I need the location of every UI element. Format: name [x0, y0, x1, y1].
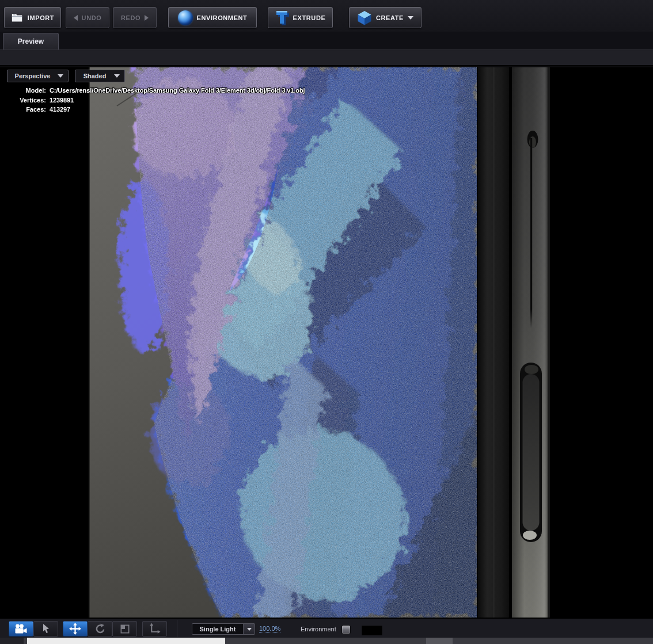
axis-tool-icon: [149, 623, 161, 635]
select-cursor-icon: [41, 623, 51, 634]
create-button[interactable]: CREATE: [349, 7, 422, 28]
undo-label: UNDO: [82, 14, 102, 21]
environment-sphere-icon: [178, 10, 193, 25]
select-tool-button[interactable]: [33, 621, 58, 637]
horizontal-scrollbar[interactable]: [0, 638, 653, 644]
phone-screen-render: [89, 66, 478, 618]
camera-tool-button[interactable]: [9, 621, 33, 637]
bottom-toolbar: Single Light 100.0% Environment: [0, 618, 653, 638]
tab-preview-label: Preview: [18, 37, 44, 45]
light-mode-select[interactable]: Single Light: [192, 623, 255, 635]
light-mode-chevron-down-icon: [247, 628, 252, 631]
scale-tool-button[interactable]: [112, 621, 137, 637]
extrude-button[interactable]: EXTRUDE: [268, 7, 333, 28]
undo-button[interactable]: UNDO: [66, 7, 109, 28]
import-folder-icon: [11, 12, 24, 23]
power-button-recess: [520, 363, 542, 542]
shading-mode-select[interactable]: Shaded: [75, 70, 125, 82]
redo-label: REDO: [121, 14, 141, 21]
element3d-model-preview-window: IMPORT UNDO REDO ENVIRONMENT EXTRUDE: [0, 0, 653, 644]
extrude-label: EXTRUDE: [293, 14, 326, 21]
import-button[interactable]: IMPORT: [4, 7, 61, 28]
viewport-canvas[interactable]: Perspective Shaded Model: C:/Users/rensi…: [0, 66, 653, 618]
top-toolbar: IMPORT UNDO REDO ENVIRONMENT EXTRUDE: [0, 0, 653, 32]
undo-arrow-icon: [74, 15, 78, 21]
shading-mode-chevron-down-icon: [114, 74, 120, 78]
import-label: IMPORT: [28, 14, 54, 21]
environment-toggle-label: Environment: [301, 626, 336, 632]
environment-button-label: ENVIRONMENT: [197, 14, 248, 21]
scale-tool-icon: [119, 623, 131, 635]
camera-mode-select[interactable]: Perspective: [7, 70, 69, 82]
light-mode-value: Single Light: [192, 626, 243, 632]
light-mode-arrow-box: [243, 624, 255, 634]
toolbar-separator: [177, 620, 177, 637]
environment-button[interactable]: ENVIRONMENT: [168, 7, 257, 28]
shading-mode-value: Shaded: [75, 73, 114, 79]
camera-mode-chevron-down-icon: [58, 74, 63, 78]
axis-tool-button[interactable]: [142, 621, 167, 637]
phone-side-frame: [477, 66, 653, 618]
camera-tool-icon: [14, 624, 28, 634]
render-view: [0, 66, 653, 618]
redo-button[interactable]: REDO: [113, 7, 157, 28]
scrollbar-segment: [426, 638, 453, 644]
preview-scale-value[interactable]: 100.0%: [259, 625, 280, 632]
create-cube-icon: [357, 10, 372, 25]
scrollbar-corner: [0, 638, 24, 644]
redo-arrow-icon: [145, 15, 149, 21]
move-tool-icon: [69, 623, 81, 635]
move-tool-button[interactable]: [63, 621, 88, 637]
environment-color-swatch[interactable]: [362, 626, 382, 635]
camera-mode-value: Perspective: [7, 73, 58, 79]
create-label: CREATE: [376, 14, 404, 21]
create-chevron-down-icon: [408, 16, 413, 20]
rotate-tool-icon: [94, 623, 106, 635]
tab-preview[interactable]: Preview: [3, 33, 59, 49]
secondary-toolbar-strip: [0, 49, 653, 66]
tab-bar: Preview: [0, 32, 653, 49]
scrollbar-thumb[interactable]: [27, 638, 225, 644]
extrude-icon: [275, 10, 289, 25]
environment-checkbox[interactable]: [341, 625, 351, 634]
rotate-tool-button[interactable]: [88, 621, 112, 637]
